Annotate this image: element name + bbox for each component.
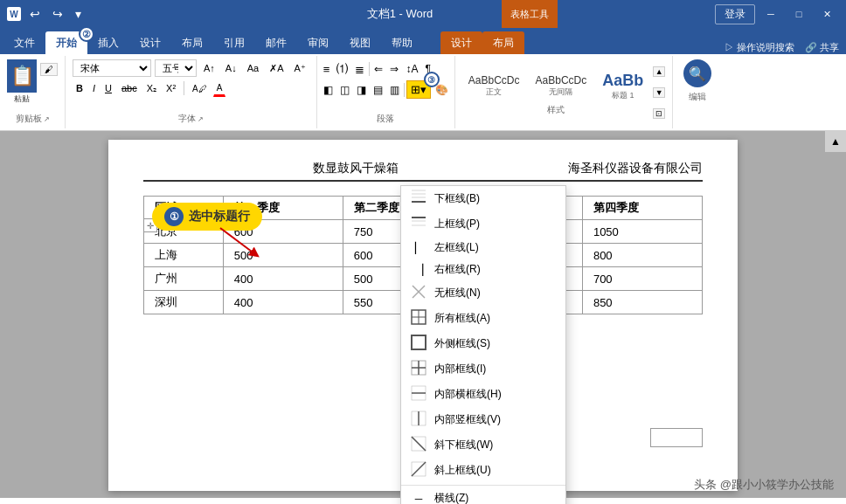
- dropdown-item-inside-borders[interactable]: 内部框线(I): [401, 356, 565, 382]
- borders-btn-container: ⊞▾ ③: [406, 80, 431, 99]
- maximize-button[interactable]: □: [787, 5, 811, 23]
- title-bar: W ↩ ↪ ▾ 文档1 - Word 表格工具 登录 ─ □ ✕: [0, 0, 846, 28]
- dropdown-item-diag-up[interactable]: 斜上框线(U): [401, 458, 565, 483]
- multilevel-btn[interactable]: ≣: [352, 61, 367, 78]
- paste-label: 粘贴: [14, 93, 30, 105]
- styles-scroll-up[interactable]: ▲: [653, 66, 665, 77]
- annotation-text: 选中标题行: [189, 209, 250, 224]
- font-label: 字体 ↗: [73, 113, 309, 125]
- superscript-btn[interactable]: X²: [163, 79, 179, 97]
- tab-layout[interactable]: 布局: [171, 31, 213, 54]
- annotation-num: ①: [164, 207, 184, 226]
- ribbon-toolbar: 📋 粘贴 🖌 剪贴板 ↗ 宋体 五号 A↑ A↓ Aa ✗A A⁺: [0, 54, 846, 131]
- edit-search-btn[interactable]: 🔍: [683, 59, 711, 87]
- styles-expand[interactable]: ⊡: [653, 108, 665, 119]
- quick-access-dropdown[interactable]: ▾: [72, 5, 85, 23]
- shrink-font-btn[interactable]: A↓: [222, 59, 240, 77]
- grow-font-btn[interactable]: A↑: [200, 59, 218, 77]
- svg-rect-14: [412, 335, 426, 349]
- dropdown-item-right-border[interactable]: ▕ 右框线(R): [401, 259, 565, 280]
- bullets-btn[interactable]: ≡: [321, 61, 333, 78]
- clipboard-label: 剪贴板 ↗: [16, 113, 50, 125]
- dropdown-item-left-border[interactable]: ▏ 左框线(L): [401, 237, 565, 259]
- decrease-indent-btn[interactable]: ⇐: [371, 61, 385, 77]
- table-tools-label: 表格工具: [502, 0, 558, 28]
- svg-line-25: [412, 462, 426, 476]
- dropdown-item-inside-v-border[interactable]: 内部竖框线(V): [401, 407, 565, 432]
- edit-section: 🔍 编辑: [673, 56, 722, 128]
- styles-scroll-down[interactable]: ▼: [653, 87, 665, 98]
- dropdown-item-hline[interactable]: ─ 横线(Z): [401, 487, 565, 504]
- font-section: 宋体 五号 A↑ A↓ Aa ✗A A⁺ B I U abc X₂ X² A🖊 …: [66, 56, 317, 128]
- undo-btn[interactable]: ↩: [26, 5, 44, 23]
- tab-table-design[interactable]: 设计: [440, 31, 482, 54]
- text-box-placeholder: [650, 428, 703, 447]
- login-button[interactable]: 登录: [715, 4, 755, 24]
- annotation-arrow: [212, 224, 264, 261]
- ribbon-collapse-btn[interactable]: ▲: [825, 131, 846, 152]
- align-left-btn[interactable]: ◧: [321, 82, 336, 98]
- minimize-button[interactable]: ─: [759, 5, 783, 23]
- share-btn[interactable]: 🔗 共享: [805, 41, 839, 54]
- col-header-q4: 第四季度: [582, 197, 702, 220]
- subscript-btn[interactable]: X₂: [143, 79, 160, 97]
- tab-help[interactable]: 帮助: [381, 31, 423, 54]
- paste-button[interactable]: 📋 粘贴: [7, 59, 37, 105]
- style-normal[interactable]: AaBbCcDc 正文: [462, 72, 526, 100]
- clear-format-btn[interactable]: ✗A: [266, 59, 287, 77]
- style-no-spacing[interactable]: AaBbCcDc 无间隔: [530, 72, 593, 100]
- step2-badge: ②: [79, 26, 94, 42]
- paragraph-section: ≡ ⑴ ≣ ⇐ ⇒ ↕A ¶ ◧ ◫ ◨ ▤ ▥ ⊞▾ ③ 🎨 段落: [317, 56, 455, 128]
- styles-scroll: ▲ ▼ ⊡: [653, 66, 665, 119]
- distribute-btn[interactable]: ▥: [387, 82, 402, 98]
- svg-line-1: [220, 228, 255, 254]
- tab-home[interactable]: 开始 ②: [45, 31, 87, 54]
- borders-dropdown-menu: 下框线(B) 上框线(P) ▏ 左框线(L) ▕ 右框线(R) 无框线(N): [400, 185, 566, 504]
- bold-btn[interactable]: B: [73, 79, 87, 97]
- step3-circle: ③: [424, 72, 440, 87]
- operate-search[interactable]: ▷ 操作说明搜索: [725, 41, 794, 54]
- dropdown-item-all-borders[interactable]: 所有框线(A): [401, 306, 565, 331]
- redo-btn[interactable]: ↪: [49, 5, 66, 23]
- numbering-btn[interactable]: ⑴: [334, 59, 350, 79]
- svg-line-23: [412, 437, 426, 451]
- svg-rect-2: [412, 201, 426, 203]
- close-button[interactable]: ✕: [815, 5, 839, 23]
- font-row2: B I U abc X₂ X² A🖊 A: [73, 79, 309, 97]
- format-painter-btn[interactable]: 🖌: [40, 63, 58, 76]
- tab-references[interactable]: 引用: [213, 31, 255, 54]
- tab-mail[interactable]: 邮件: [255, 31, 297, 54]
- font-color-btn[interactable]: A: [213, 79, 226, 97]
- watermark: 头条 @跟小小筱学办公技能: [694, 477, 834, 493]
- strikethrough-btn[interactable]: abc: [118, 79, 141, 97]
- justify-btn[interactable]: ▤: [371, 82, 385, 98]
- edit-label: 编辑: [689, 91, 706, 103]
- dropdown-item-top-border[interactable]: 上框线(P): [401, 211, 565, 237]
- change-case-btn[interactable]: Aa: [244, 59, 262, 77]
- dropdown-item-bottom-border[interactable]: 下框线(B): [401, 186, 565, 211]
- dropdown-item-inside-h-border[interactable]: 内部横框线(H): [401, 382, 565, 407]
- font-name-select[interactable]: 宋体: [73, 59, 151, 77]
- ribbon-tabs: 文件 开始 ② 插入 设计 布局 引用 邮件 审阅 视图 帮助 设计 布局 ▷ …: [0, 28, 846, 54]
- para-row2: ◧ ◫ ◨ ▤ ▥ ⊞▾ ③ 🎨: [321, 80, 451, 99]
- dropdown-item-no-border[interactable]: 无框线(N): [401, 280, 565, 306]
- styles-gallery: AaBbCcDc 正文 AaBbCcDc 无间隔 AaBb 标题 1 样式: [462, 69, 649, 116]
- align-right-btn[interactable]: ◨: [354, 82, 369, 98]
- title-bar-left: W ↩ ↪ ▾: [7, 5, 85, 23]
- tab-view[interactable]: 视图: [339, 31, 381, 54]
- tab-design[interactable]: 设计: [129, 31, 171, 54]
- underline-btn[interactable]: U: [101, 79, 115, 97]
- tab-review[interactable]: 审阅: [297, 31, 339, 54]
- sort-btn[interactable]: ↕A: [403, 61, 420, 77]
- tab-table-layout[interactable]: 布局: [482, 31, 524, 54]
- increase-indent-btn[interactable]: ⇒: [387, 61, 401, 77]
- text-highlight-btn[interactable]: A🖊: [189, 79, 211, 97]
- tab-file[interactable]: 文件: [3, 31, 45, 54]
- font-size-select[interactable]: 五号: [155, 59, 197, 77]
- style-heading1[interactable]: AaBb 标题 1: [596, 69, 649, 104]
- italic-btn[interactable]: I: [89, 79, 99, 97]
- dropdown-item-outside-borders[interactable]: 外侧框线(S): [401, 331, 565, 356]
- text-effect-btn[interactable]: A⁺: [291, 59, 309, 77]
- dropdown-item-diag-down[interactable]: 斜下框线(W): [401, 432, 565, 458]
- align-center-btn[interactable]: ◫: [337, 82, 352, 98]
